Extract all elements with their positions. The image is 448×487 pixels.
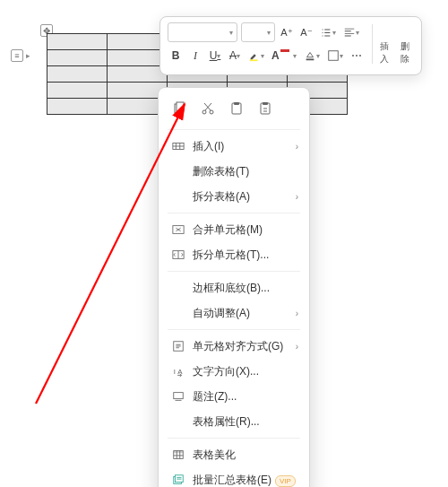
chevron-down-icon: ▾ — [267, 29, 271, 37]
svg-rect-3 — [328, 51, 338, 61]
menu-label: 批量汇总表格(E)VIP — [187, 473, 298, 488]
vip-badge: VIP — [275, 475, 296, 487]
underline-button[interactable]: U▾ — [207, 46, 223, 65]
strike-button[interactable]: A▾ — [227, 46, 243, 65]
mini-toolbar: ▾ ▾ A⁺ A⁻ ▾ ▾ B I U▾ A▾ ▾ A▾ ▾ ▾ ⋯ 插入 删除 — [159, 16, 422, 75]
chevron-right-icon: › — [296, 192, 298, 202]
list-button[interactable]: ▾ — [318, 22, 338, 42]
split-icon — [169, 248, 187, 261]
menu-label: 合并单元格(M) — [187, 222, 298, 238]
menu-label: 边框和底纹(B)... — [187, 281, 298, 296]
chevron-right-icon: ▸ — [26, 51, 30, 60]
paste-special-button[interactable] — [257, 100, 273, 117]
table-cell[interactable] — [47, 99, 108, 115]
border-button[interactable]: ▾ — [325, 46, 345, 65]
menu-autofit[interactable]: 自动调整(A) › — [159, 300, 309, 326]
beautify-icon — [169, 448, 187, 461]
menu-separator — [168, 213, 300, 213]
insert-row-icon — [169, 140, 187, 152]
menu-caption[interactable]: 题注(Z)... — [159, 384, 309, 409]
increase-font-button[interactable]: A⁺ — [279, 22, 295, 42]
chevron-down-icon: ▾ — [237, 52, 240, 60]
chevron-right-icon: › — [296, 142, 298, 152]
chevron-down-icon: ▾ — [332, 29, 336, 37]
menu-insert[interactable]: 插入(I) › — [159, 134, 309, 159]
svg-point-9 — [210, 110, 213, 114]
merge-icon — [169, 223, 187, 236]
menu-split-table[interactable]: 拆分表格(A) › — [159, 184, 309, 209]
copy-button[interactable] — [171, 100, 187, 117]
menu-label: 插入(I) — [187, 139, 296, 154]
chevron-right-icon: › — [296, 342, 298, 352]
chevron-down-icon: ▾ — [229, 29, 233, 37]
cut-button[interactable] — [200, 100, 216, 117]
menu-split-cells[interactable]: 拆分单元格(T)... — [159, 242, 309, 267]
svg-rect-13 — [263, 102, 268, 105]
insert-button[interactable]: 插入 — [379, 22, 393, 69]
table-cell[interactable] — [108, 66, 168, 83]
delete-button[interactable]: 删除 — [400, 22, 414, 69]
svg-rect-7 — [177, 102, 184, 111]
svg-rect-20 — [174, 393, 184, 399]
paste-button[interactable] — [228, 100, 245, 117]
toolbar-separator — [372, 24, 373, 64]
svg-rect-11 — [234, 102, 239, 105]
batch-icon — [169, 474, 187, 486]
font-size-select[interactable]: ▾ — [241, 22, 275, 42]
menu-label: 自动调整(A) — [187, 306, 296, 321]
highlight-button[interactable]: ▾ — [246, 46, 266, 65]
align-icon — [169, 340, 187, 352]
table-context-menu: 插入(I) › 删除表格(T) 拆分表格(A) › 合并单元格(M) 拆分单元格… — [158, 87, 310, 487]
menu-separator — [168, 438, 300, 439]
font-name-select[interactable]: ▾ — [168, 22, 237, 42]
align-button[interactable]: ▾ — [341, 22, 361, 42]
chevron-down-icon: ▾ — [293, 52, 297, 60]
delete-label: 删除 — [401, 40, 413, 65]
chevron-down-icon: ▾ — [356, 29, 359, 37]
table-cell[interactable] — [47, 34, 108, 50]
table-cell[interactable] — [47, 83, 108, 99]
menu-merge-cells[interactable]: 合并单元格(M) — [159, 217, 309, 242]
svg-point-8 — [202, 110, 206, 114]
menu-label: 题注(Z)... — [187, 389, 298, 404]
svg-rect-0 — [250, 59, 258, 61]
table-cell[interactable] — [108, 34, 168, 50]
svg-rect-22 — [174, 451, 184, 454]
menu-delete-table[interactable]: 删除表格(T) — [159, 159, 309, 184]
font-color-button[interactable]: A▾ — [270, 46, 298, 65]
menu-table-beautify[interactable]: 表格美化 — [159, 442, 309, 467]
menu-label: 删除表格(T) — [187, 164, 298, 179]
menu-label: 文字方向(X)... — [187, 364, 298, 379]
menu-batch-summary[interactable]: 批量汇总表格(E)VIP — [159, 467, 309, 487]
chevron-down-icon: ▾ — [340, 52, 343, 60]
menu-text-direction[interactable]: IA 文字方向(X)... — [159, 359, 309, 384]
svg-text:I: I — [174, 368, 176, 376]
chevron-down-icon: ▾ — [261, 52, 264, 60]
bold-button[interactable]: B — [168, 46, 184, 65]
italic-button[interactable]: I — [187, 46, 203, 65]
table-cell[interactable] — [47, 50, 108, 66]
caption-icon — [169, 390, 187, 403]
menu-label: 单元格对齐方式(G) — [187, 339, 296, 354]
menu-cell-align[interactable]: 单元格对齐方式(G) › — [159, 334, 309, 359]
chevron-down-icon: ▾ — [316, 52, 320, 60]
menu-borders-shading[interactable]: 边框和底纹(B)... — [159, 275, 309, 300]
menu-separator — [168, 129, 300, 130]
menu-label: 拆分表格(A) — [187, 189, 296, 204]
menu-separator — [168, 271, 300, 272]
svg-rect-1 — [280, 49, 289, 52]
more-button[interactable]: ⋯ — [349, 46, 365, 65]
menu-label: 表格美化 — [187, 448, 298, 463]
menu-label: 表格属性(R)... — [187, 414, 298, 430]
insert-label: 插入 — [380, 40, 392, 65]
menu-separator — [168, 329, 300, 330]
menu-table-properties[interactable]: 表格属性(R)... — [159, 409, 309, 434]
outline-icon: ≡ — [14, 51, 19, 60]
chevron-down-icon: ▾ — [217, 52, 220, 60]
text-direction-icon: IA — [169, 365, 187, 378]
fill-button[interactable]: ▾ — [302, 46, 322, 65]
decrease-font-button[interactable]: A⁻ — [298, 22, 314, 42]
table-cell[interactable] — [47, 66, 108, 83]
table-cell[interactable] — [108, 50, 168, 66]
outline-toggle[interactable]: ≡ — [11, 49, 23, 62]
